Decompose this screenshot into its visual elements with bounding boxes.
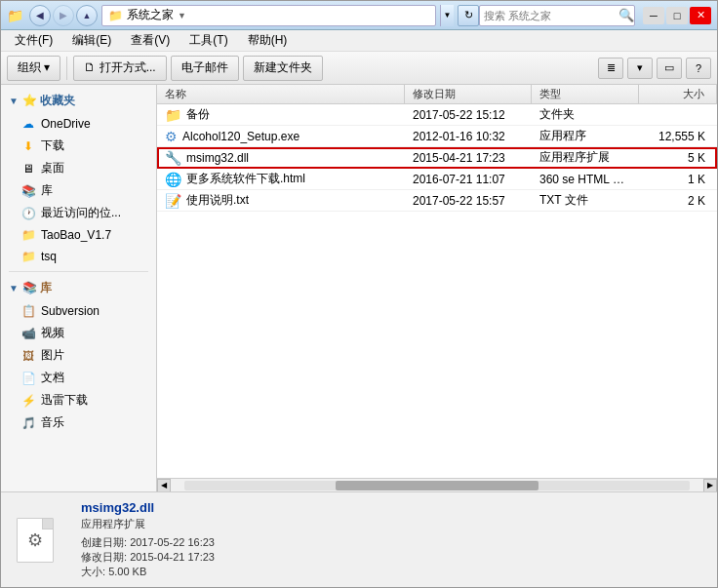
library-header[interactable]: ▼ 📚 库 — [1, 276, 156, 300]
view-toggle-button[interactable]: ≣ — [598, 58, 623, 79]
video-icon: 📹 — [20, 326, 36, 341]
file-row[interactable]: 📝使用说明.txt2017-05-22 15:57TXT 文件2 K — [157, 190, 717, 212]
search-input[interactable] — [484, 10, 618, 21]
file-cell-type: 360 se HTML Do... — [532, 173, 639, 186]
created-label: 创建日期: — [81, 536, 127, 548]
horizontal-scrollbar[interactable]: ◀ ▶ — [157, 478, 717, 491]
sidebar-item-taobao-label: TaoBao_V1.7 — [41, 228, 111, 242]
scroll-thumb[interactable] — [336, 481, 538, 490]
menu-edit[interactable]: 编辑(E) — [64, 30, 119, 51]
breadcrumb-arrow[interactable]: ▼ — [178, 11, 186, 20]
view-options-button[interactable]: ▾ — [627, 58, 653, 79]
sidebar-item-recent[interactable]: 🕐 最近访问的位... — [1, 202, 156, 224]
sidebar-item-onedrive-label: OneDrive — [41, 117, 91, 131]
back-button[interactable]: ◀ — [29, 5, 51, 26]
favorites-header[interactable]: ▼ ⭐ 收藏夹 — [1, 89, 156, 113]
library-arrow: ▼ — [9, 283, 19, 294]
sidebar-item-music-label: 音乐 — [41, 414, 64, 431]
main-content: ▼ ⭐ 收藏夹 ☁ OneDrive ⬇ 下载 🖥 桌面 📚 库 — [1, 85, 717, 491]
sidebar-item-document[interactable]: 📄 文档 — [1, 367, 156, 389]
sidebar-item-onedrive[interactable]: ☁ OneDrive — [1, 113, 156, 135]
maximize-button[interactable]: □ — [666, 7, 688, 24]
file-cell-name: 📁备份 — [157, 106, 405, 123]
file-cell-name: 📝使用说明.txt — [157, 192, 405, 209]
sidebar-item-lib-label: 库 — [41, 182, 53, 199]
sidebar-item-music[interactable]: 🎵 音乐 — [1, 412, 156, 434]
forward-button[interactable]: ▶ — [53, 5, 74, 26]
created-date: 2017-05-22 16:23 — [130, 536, 215, 548]
toolbar: 组织 ▾ 🗋 打开方式... 电子邮件 新建文件夹 ≣ ▾ ▭ ? — [1, 52, 717, 85]
menu-bar: 文件(F) 编辑(E) 查看(V) 工具(T) 帮助(H) — [1, 30, 717, 52]
sidebar-item-xunlei-label: 迅雷下载 — [41, 392, 88, 409]
up-button[interactable]: ▲ — [76, 5, 98, 26]
col-header-date[interactable]: 修改日期 — [405, 85, 532, 103]
sidebar-item-tsq[interactable]: 📁 tsq — [1, 246, 156, 267]
sidebar-item-subversion[interactable]: 📋 Subversion — [1, 300, 156, 322]
sidebar-item-picture[interactable]: 🖼 图片 — [1, 344, 156, 367]
breadcrumb-dropdown-btn[interactable]: ▼ — [440, 5, 454, 26]
file-cell-date: 2017-05-22 15:12 — [405, 108, 532, 122]
menu-help[interactable]: 帮助(H) — [240, 30, 296, 51]
sidebar-item-document-label: 文档 — [41, 370, 64, 386]
open-with-button[interactable]: 🗋 打开方式... — [73, 56, 166, 81]
sidebar-item-lib[interactable]: 📚 库 — [1, 179, 156, 202]
email-button[interactable]: 电子邮件 — [171, 56, 239, 81]
file-cell-date: 2015-04-21 17:23 — [405, 151, 532, 165]
library-label: 📚 库 — [22, 280, 52, 296]
refresh-button[interactable]: ↻ — [458, 5, 479, 26]
title-bar: 📁 ◀ ▶ ▲ 📁 系统之家 ▼ ▼ ↻ 🔍 ─ □ ✕ — [1, 1, 717, 30]
sidebar-item-taobao[interactable]: 📁 TaoBao_V1.7 — [1, 224, 156, 246]
nav-buttons: ◀ ▶ ▲ — [29, 5, 98, 26]
file-row[interactable]: 🔧msimg32.dll2015-04-21 17:23应用程序扩展5 K — [157, 147, 717, 169]
scroll-right-arrow[interactable]: ▶ — [703, 479, 717, 492]
help-button[interactable]: ? — [686, 58, 711, 79]
file-cell-name: 🌐更多系统软件下载.html — [157, 171, 405, 187]
file-row[interactable]: ⚙Alcohol120_Setup.exe2012-01-16 10:32应用程… — [157, 126, 717, 147]
file-row[interactable]: 📁备份2017-05-22 15:12文件夹 — [157, 104, 717, 126]
col-header-name[interactable]: 名称 — [157, 85, 405, 103]
col-header-size[interactable]: 大小 — [639, 85, 717, 103]
taobao-icon: 📁 — [20, 227, 36, 243]
sidebar-item-desktop[interactable]: 🖥 桌面 — [1, 157, 156, 179]
library-section: ▼ 📚 库 📋 Subversion 📹 视频 🖼 图片 📄 文 — [1, 276, 156, 434]
file-cell-name: ⚙Alcohol120_Setup.exe — [157, 129, 405, 144]
sidebar-item-tsq-label: tsq — [41, 250, 57, 263]
close-button[interactable]: ✕ — [690, 7, 711, 24]
scroll-left-arrow[interactable]: ◀ — [157, 479, 171, 492]
pane-button[interactable]: ▭ — [657, 58, 682, 79]
file-cell-size: 5 K — [639, 151, 717, 165]
title-bar-left: 📁 ◀ ▶ ▲ 📁 系统之家 ▼ ▼ ↻ — [7, 5, 479, 26]
menu-tools[interactable]: 工具(T) — [181, 30, 235, 51]
new-folder-button[interactable]: 新建文件夹 — [243, 56, 323, 81]
sidebar-item-recent-label: 最近访问的位... — [41, 205, 121, 221]
file-info: msimg32.dll 应用程序扩展 创建日期: 2017-05-22 16:2… — [69, 492, 717, 587]
tsq-folder-icon: 📁 — [20, 249, 36, 264]
info-created: 创建日期: 2017-05-22 16:23 — [81, 535, 705, 550]
breadcrumb-text: 系统之家 — [127, 7, 174, 23]
size-label: 大小: — [81, 566, 105, 577]
modified-label: 修改日期: — [81, 551, 127, 563]
file-row[interactable]: 🌐更多系统软件下载.html2016-07-21 11:07360 se HTM… — [157, 169, 717, 190]
col-header-type[interactable]: 类型 — [532, 85, 639, 103]
file-cell-date: 2017-05-22 15:57 — [405, 194, 532, 208]
xunlei-icon: ⚡ — [20, 393, 36, 409]
menu-file[interactable]: 文件(F) — [7, 30, 60, 51]
subversion-icon: 📋 — [20, 303, 36, 319]
scroll-track[interactable] — [184, 481, 690, 490]
info-modified: 修改日期: 2015-04-21 17:23 — [81, 550, 705, 565]
sidebar-item-download[interactable]: ⬇ 下载 — [1, 135, 156, 157]
search-bar[interactable]: 🔍 — [479, 5, 635, 26]
organize-button[interactable]: 组织 ▾ — [7, 56, 60, 81]
sidebar-item-video[interactable]: 📹 视频 — [1, 322, 156, 344]
menu-view[interactable]: 查看(V) — [123, 30, 178, 51]
toolbar-right: ≣ ▾ ▭ ? — [598, 58, 711, 79]
search-icon[interactable]: 🔍 — [618, 8, 634, 22]
file-cell-size: 2 K — [639, 194, 717, 208]
onedrive-icon: ☁ — [20, 116, 36, 132]
desktop-icon: 🖥 — [20, 161, 36, 176]
minimize-button[interactable]: ─ — [643, 7, 664, 24]
breadcrumb-bar[interactable]: 📁 系统之家 ▼ — [101, 5, 436, 26]
sidebar-item-video-label: 视频 — [41, 325, 64, 341]
status-bar: ⚙ msimg32.dll 应用程序扩展 创建日期: 2017-05-22 16… — [1, 491, 717, 587]
sidebar-item-xunlei[interactable]: ⚡ 迅雷下载 — [1, 389, 156, 412]
